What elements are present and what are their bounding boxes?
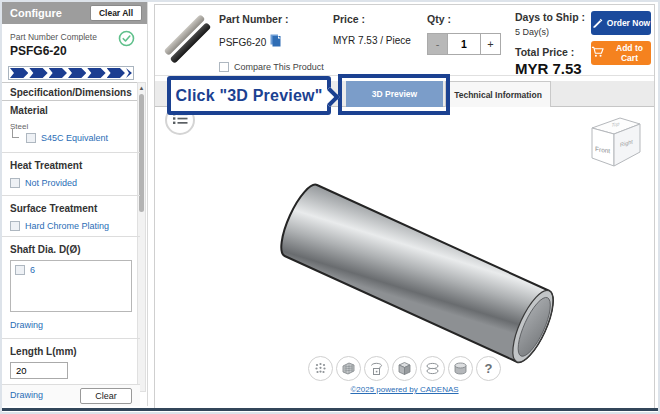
cart-icon	[591, 46, 604, 60]
compare-product-row[interactable]: Compare This Product	[219, 62, 324, 72]
days-to-ship-value: 5 Day(s)	[515, 27, 585, 37]
section-divider	[2, 195, 140, 196]
section-divider	[2, 236, 140, 237]
sidebar-header: Configure Clear All	[2, 2, 147, 24]
configuration-progress-bar	[8, 66, 134, 80]
price-label: Price :	[333, 13, 411, 25]
sidebar-title: Configure	[10, 7, 62, 19]
add-to-cart-button[interactable]: Add to Cart	[591, 41, 651, 65]
progress-segment-tip	[126, 68, 132, 78]
sidebar-footer: Drawing Clear	[2, 384, 140, 406]
surface-treatment-section-title: Surface Treatment	[10, 203, 97, 214]
price-value: MYR 7.53 / Piece	[333, 35, 411, 46]
configure-sidebar: Configure Clear All Part Number Complete…	[2, 2, 148, 406]
heat-treatment-checkbox[interactable]	[10, 178, 20, 188]
order-now-label: Order Now	[607, 18, 650, 28]
progress-segment	[29, 68, 47, 78]
material-option-row[interactable]: S45C Equivalent	[26, 133, 108, 143]
spec-dimensions-header: Specification/Dimensions	[2, 82, 140, 101]
surface-treatment-option-row[interactable]: Hard Chrome Plating	[10, 221, 109, 231]
3d-viewport[interactable]: Front Right Top	[155, 107, 654, 409]
tutorial-callout: Click "3D Preview"	[167, 76, 331, 115]
section-divider	[2, 152, 140, 153]
quantity-decrease-button[interactable]: -	[427, 33, 448, 55]
material-section-title: Material	[10, 105, 48, 116]
scrollbar-up-arrow[interactable]: ▲	[138, 84, 145, 93]
shaft-dia-option-row[interactable]: 6	[15, 265, 131, 275]
days-to-ship-label: Days to Ship :	[515, 11, 585, 23]
product-configurator-page: Configure Clear All Part Number Complete…	[0, 0, 660, 414]
configured-part-number: PSFG6-20	[10, 44, 67, 58]
view-cube[interactable]: Front Right Top	[584, 111, 646, 179]
clear-all-button[interactable]: Clear All	[90, 5, 142, 21]
order-pen-icon	[592, 17, 603, 30]
quantity-label: Qty :	[427, 13, 501, 25]
part-number-value: PSFG6-20	[219, 37, 266, 48]
complete-check-icon	[118, 30, 135, 51]
length-input[interactable]	[10, 362, 68, 379]
progress-segment	[68, 68, 86, 78]
heat-treatment-section-title: Heat Treatment	[10, 160, 82, 171]
material-checkbox[interactable]	[26, 133, 36, 143]
shaft-dia-section-title: Shaft Dia. D(Ø)	[10, 244, 81, 255]
days-to-ship-column: Days to Ship : 5 Day(s) Total Price : MY…	[515, 11, 585, 77]
material-option-label: S45C Equivalent	[41, 133, 108, 143]
surface-treatment-option-label: Hard Chrome Plating	[25, 221, 109, 231]
part-number-status-label: Part Number Complete	[10, 32, 97, 42]
length-section-title: Length L(mm)	[10, 346, 77, 357]
compare-checkbox[interactable]	[219, 62, 229, 72]
total-price-value: MYR 7.53	[515, 60, 585, 77]
length-drawing-link[interactable]: Drawing	[10, 390, 43, 400]
total-price-label: Total Price :	[515, 46, 585, 58]
clear-button[interactable]: Clear	[80, 388, 132, 404]
product-detail-panel: Part Number : PSFG6-20 Compare This Prod…	[154, 4, 655, 409]
progress-segment	[10, 68, 28, 78]
progress-segment	[49, 68, 67, 78]
tutorial-callout-text: Click "3D Preview"	[176, 87, 323, 105]
tree-branch-line	[12, 129, 19, 138]
tab-technical-information[interactable]: Technical Information	[445, 81, 551, 107]
cadenas-credit-link[interactable]: ©2025 powered by CADENAS	[350, 385, 458, 394]
heat-treatment-option-row[interactable]: Not Provided	[10, 178, 77, 188]
sidebar-scrollbar[interactable]: ▲	[137, 82, 146, 392]
product-thumbnail	[165, 9, 211, 65]
progress-segment	[107, 68, 125, 78]
shaft-drawing-link[interactable]: Drawing	[10, 320, 43, 330]
quantity-column: Qty : - +	[427, 13, 501, 55]
help-glyph: ?	[485, 361, 493, 376]
add-to-cart-label: Add to Cart	[608, 43, 651, 63]
quantity-increase-button[interactable]: +	[480, 33, 501, 55]
shaft-dia-option-label: 6	[30, 265, 35, 275]
quantity-input[interactable]	[448, 33, 481, 55]
part-number-label: Part Number :	[219, 13, 324, 25]
shaft-dia-checkbox[interactable]	[15, 265, 25, 275]
heat-treatment-option-label: Not Provided	[25, 178, 77, 188]
viewer-footer: ©2025 powered by CADENAS	[155, 378, 654, 396]
progress-segment	[87, 68, 105, 78]
surface-treatment-checkbox[interactable]	[10, 221, 20, 231]
order-now-button[interactable]: Order Now	[591, 11, 651, 35]
compare-label: Compare This Product	[234, 62, 324, 72]
tab-3d-preview[interactable]: 3D Preview	[346, 81, 443, 107]
action-buttons: Order Now Add to Cart	[591, 11, 651, 65]
price-column: Price : MYR 7.53 / Piece	[333, 13, 411, 46]
shaft-dia-listbox[interactable]: 6	[10, 260, 132, 312]
product-header: Part Number : PSFG6-20 Compare This Prod…	[155, 5, 654, 76]
part-number-column: Part Number : PSFG6-20 Compare This Prod…	[219, 13, 324, 72]
3d-shaft-model	[277, 173, 607, 377]
page-bottom-border	[2, 408, 660, 411]
section-divider	[2, 338, 140, 339]
copy-part-number-icon[interactable]	[270, 33, 281, 51]
quantity-stepper: - +	[427, 33, 501, 55]
